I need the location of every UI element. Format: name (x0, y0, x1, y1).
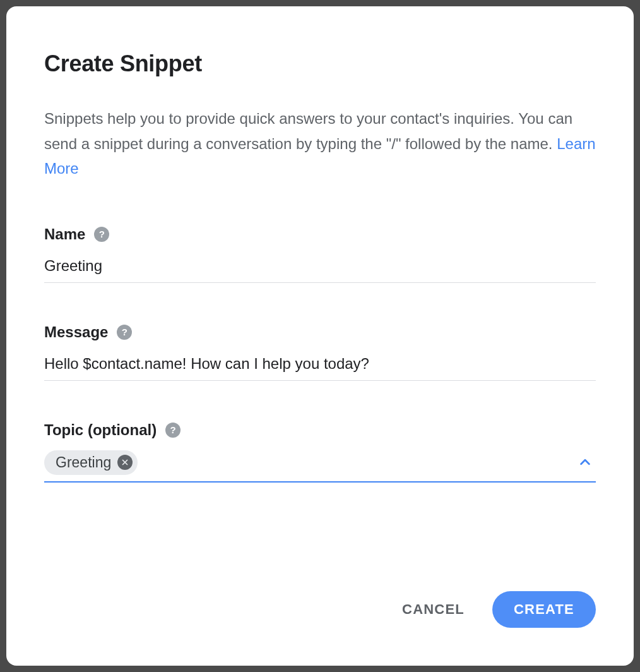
help-icon[interactable]: ? (165, 423, 181, 438)
topic-field-group: Topic (optional) ? Greeting (44, 421, 596, 483)
topic-label: Topic (optional) (44, 421, 157, 439)
topic-chip: Greeting (44, 450, 138, 475)
topic-select[interactable]: Greeting (44, 450, 596, 483)
dialog-description-text: Snippets help you to provide quick answe… (44, 110, 572, 152)
close-icon[interactable] (117, 455, 133, 470)
dialog-actions: CANCEL CREATE (44, 591, 596, 640)
cancel-button[interactable]: CANCEL (402, 601, 465, 618)
message-input[interactable] (44, 352, 596, 381)
dialog-title: Create Snippet (44, 51, 596, 77)
create-button[interactable]: CREATE (492, 591, 596, 628)
message-field-group: Message ? (44, 323, 596, 381)
topic-label-row: Topic (optional) ? (44, 421, 596, 439)
name-input[interactable] (44, 255, 596, 283)
name-field-group: Name ? (44, 225, 596, 283)
dialog-description: Snippets help you to provide quick answe… (44, 106, 596, 181)
help-icon[interactable]: ? (94, 227, 109, 242)
topic-chip-label: Greeting (56, 454, 111, 471)
chevron-up-icon[interactable] (578, 455, 596, 469)
message-label: Message (44, 323, 108, 341)
name-label: Name (44, 225, 85, 243)
dialog-backdrop: Create Snippet Snippets help you to prov… (0, 0, 640, 672)
help-icon[interactable]: ? (117, 325, 132, 340)
create-snippet-dialog: Create Snippet Snippets help you to prov… (6, 6, 634, 666)
name-label-row: Name ? (44, 225, 596, 243)
message-label-row: Message ? (44, 323, 596, 341)
